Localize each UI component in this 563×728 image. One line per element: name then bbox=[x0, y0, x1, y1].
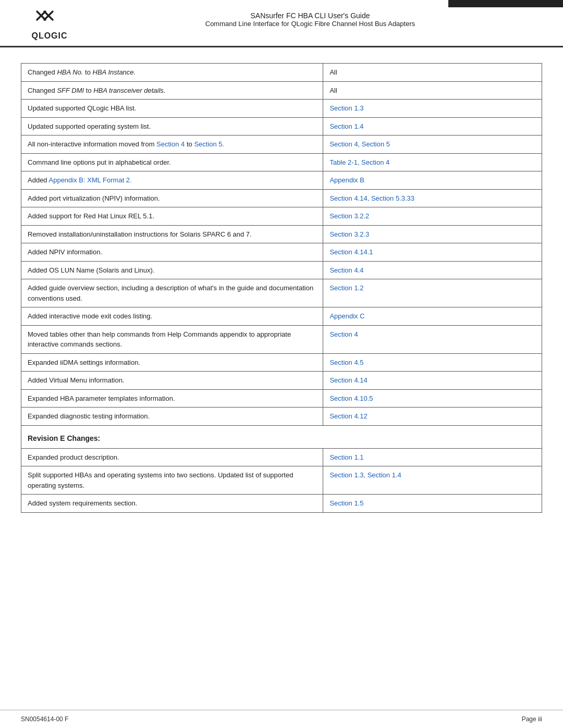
table-row: Changed SFF DMI to HBA transceiver detai… bbox=[21, 81, 542, 100]
footer-doc-number: SN0054614-00 F bbox=[21, 715, 68, 723]
section-link[interactable]: Section 4.4 bbox=[329, 266, 363, 274]
section-link[interactable]: Section 4.5 bbox=[329, 359, 363, 366]
location-cell: Section 4.14.1 bbox=[323, 243, 542, 262]
main-content: Changed HBA No. to HBA Instance. All Cha… bbox=[0, 47, 563, 554]
logo-text: QLOGIC bbox=[31, 31, 67, 41]
table-row: Added Appendix B: XML Format 2. Appendix… bbox=[21, 171, 542, 190]
revision-e-label: Revision E Changes: bbox=[28, 434, 100, 442]
italic-text: SFF DMI bbox=[57, 87, 84, 94]
section5-inline-link[interactable]: Section 5. bbox=[194, 140, 224, 148]
description-cell: Expanded iiDMA settings information. bbox=[21, 353, 323, 372]
location-cell: Section 1.4 bbox=[323, 117, 542, 135]
table-row: Expanded iiDMA settings information. Sec… bbox=[21, 353, 542, 372]
section-link[interactable]: Section 1.2 bbox=[329, 284, 363, 292]
table-row: Expanded product description. Section 1.… bbox=[21, 448, 542, 466]
description-cell: Changed SFF DMI to HBA transceiver detai… bbox=[21, 81, 323, 100]
section-link[interactable]: Section 1.5 bbox=[329, 499, 363, 507]
table-row: Added interactive mode exit codes listin… bbox=[21, 307, 542, 326]
section-link[interactable]: Section 1.1 bbox=[329, 453, 363, 461]
section-link[interactable]: Appendix C bbox=[329, 312, 364, 320]
section-link[interactable]: Section 3.2.2 bbox=[329, 212, 369, 220]
section-link[interactable]: Appendix B bbox=[329, 176, 364, 184]
description-cell: Command line options put in alphabetical… bbox=[21, 153, 323, 171]
location-cell: Section 4.14 bbox=[323, 372, 542, 390]
table-row: Removed installation/uninstallation inst… bbox=[21, 225, 542, 243]
page-footer: SN0054614-00 F Page iii bbox=[0, 710, 563, 728]
header-title-main: SANsurfer FC HBA CLI User's Guide bbox=[78, 11, 542, 20]
table-row: Added OS LUN Name (Solaris and Linux). S… bbox=[21, 261, 542, 279]
location-cell: All bbox=[323, 64, 542, 82]
page-header: QLOGIC SANsurfer FC HBA CLI User's Guide… bbox=[0, 0, 563, 47]
location-cell: Section 4.4 bbox=[323, 261, 542, 279]
table-row: Added system requirements section. Secti… bbox=[21, 495, 542, 513]
section-link[interactable]: Section 4.12 bbox=[329, 412, 367, 420]
description-cell: Moved tables other than help commands fr… bbox=[21, 325, 323, 353]
description-cell: Expanded HBA parameter templates informa… bbox=[21, 389, 323, 408]
footer-page-number: Page iii bbox=[522, 715, 542, 723]
logo-area: QLOGIC bbox=[21, 9, 78, 41]
section-link[interactable]: Section 3.2.3 bbox=[329, 230, 369, 238]
location-cell: Section 4.12 bbox=[323, 408, 542, 426]
description-cell: Added interactive mode exit codes listin… bbox=[21, 307, 323, 326]
location-cell: Section 1.3, Section 1.4 bbox=[323, 466, 542, 495]
location-cell: Section 1.5 bbox=[323, 495, 542, 513]
description-cell: Updated supported QLogic HBA list. bbox=[21, 100, 323, 118]
section-link[interactable]: Section 4, Section 5 bbox=[329, 140, 390, 148]
table-row: Added guide overview section, including … bbox=[21, 279, 542, 307]
section-link[interactable]: Section 1.3, Section 1.4 bbox=[329, 471, 401, 479]
location-cell: Appendix B bbox=[323, 171, 542, 190]
section-link[interactable]: Section 1.3 bbox=[329, 104, 363, 112]
section-link[interactable]: Table 2-1, Section 4 bbox=[329, 158, 389, 166]
description-cell: Updated supported operating system list. bbox=[21, 117, 323, 135]
location-cell: Section 3.2.3 bbox=[323, 225, 542, 243]
location-cell: Section 4 bbox=[323, 325, 542, 353]
location-cell: Section 1.2 bbox=[323, 279, 542, 307]
description-cell: Added OS LUN Name (Solaris and Linux). bbox=[21, 261, 323, 279]
location-cell: All bbox=[323, 81, 542, 100]
section-link[interactable]: Section 4.14 bbox=[329, 376, 367, 384]
table-row: Split supported HBAs and operating syste… bbox=[21, 466, 542, 495]
italic-text: HBA Instance. bbox=[93, 68, 136, 76]
description-cell: Removed installation/uninstallation inst… bbox=[21, 225, 323, 243]
italic-text: HBA transceiver details. bbox=[93, 87, 165, 94]
section-link[interactable]: Section 4.14, Section 5.3.33 bbox=[329, 194, 414, 202]
table-row: Changed HBA No. to HBA Instance. All bbox=[21, 64, 542, 82]
qlogic-logo-icon bbox=[35, 9, 64, 30]
description-cell: Added port virtualization (NPIV) informa… bbox=[21, 189, 323, 207]
table-row: Added Virtual Menu information. Section … bbox=[21, 372, 542, 390]
location-cell: Section 4.14, Section 5.3.33 bbox=[323, 189, 542, 207]
section4-inline-link[interactable]: Section 4 bbox=[156, 140, 185, 148]
description-cell: Expanded product description. bbox=[21, 448, 323, 466]
table-row: Moved tables other than help commands fr… bbox=[21, 325, 542, 353]
revision-e-header-cell: Revision E Changes: bbox=[21, 425, 542, 448]
description-cell: Added guide overview section, including … bbox=[21, 279, 323, 307]
location-cell: Table 2-1, Section 4 bbox=[323, 153, 542, 171]
section-link[interactable]: Section 1.4 bbox=[329, 122, 363, 130]
section-link[interactable]: Section 4.10.5 bbox=[329, 394, 373, 402]
description-cell: Changed HBA No. to HBA Instance. bbox=[21, 64, 323, 82]
location-cell: Section 3.2.2 bbox=[323, 207, 542, 226]
description-cell: All non-interactive information moved fr… bbox=[21, 135, 323, 154]
table-row: Expanded diagnostic testing information.… bbox=[21, 408, 542, 426]
description-cell: Added support for Red Hat Linux REL 5.1. bbox=[21, 207, 323, 226]
description-cell: Expanded diagnostic testing information. bbox=[21, 408, 323, 426]
description-cell: Added NPIV information. bbox=[21, 243, 323, 262]
header-titles: SANsurfer FC HBA CLI User's Guide Comman… bbox=[78, 9, 542, 28]
table-row: Expanded HBA parameter templates informa… bbox=[21, 389, 542, 408]
description-cell: Added Appendix B: XML Format 2. bbox=[21, 171, 323, 190]
location-cell: Section 4.10.5 bbox=[323, 389, 542, 408]
section-link[interactable]: Section 4.14.1 bbox=[329, 248, 373, 256]
location-cell: Section 4, Section 5 bbox=[323, 135, 542, 154]
table-row: Added port virtualization (NPIV) informa… bbox=[21, 189, 542, 207]
section-link[interactable]: Section 4 bbox=[329, 330, 358, 338]
changes-table: Changed HBA No. to HBA Instance. All Cha… bbox=[21, 63, 542, 513]
revision-e-header-row: Revision E Changes: bbox=[21, 425, 542, 448]
appendixb-inline-link[interactable]: Appendix B: XML Format 2. bbox=[49, 176, 132, 184]
table-row: Added support for Red Hat Linux REL 5.1.… bbox=[21, 207, 542, 226]
italic-text: HBA No. bbox=[57, 68, 83, 76]
description-cell: Added system requirements section. bbox=[21, 495, 323, 513]
table-row: Updated supported QLogic HBA list. Secti… bbox=[21, 100, 542, 118]
location-cell: Section 1.3 bbox=[323, 100, 542, 118]
header-black-bar bbox=[448, 0, 563, 7]
location-cell: Appendix C bbox=[323, 307, 542, 326]
